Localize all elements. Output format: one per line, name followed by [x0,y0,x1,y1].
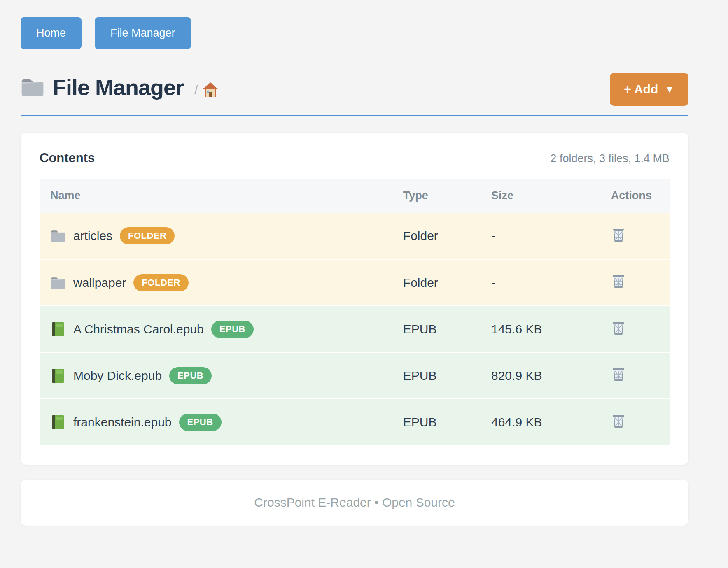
size-cell: 464.9 KB [481,399,600,445]
chevron-down-icon: ▼ [665,84,674,95]
type-cell: EPUB [392,306,481,352]
green-book-icon [50,368,66,383]
table-row: wallpaper FOLDER Folder - [40,259,670,306]
folder-badge: FOLDER [133,274,188,291]
type-cell: Folder [392,259,481,306]
file-manager-nav-button[interactable]: File Manager [95,17,191,49]
file-table: Name Type Size Actions articles FOLDER F… [40,179,670,446]
folder-name-link[interactable]: articles [73,229,112,243]
footer: CrossPoint E-Reader • Open Source [21,480,688,526]
green-book-icon [50,415,66,430]
table-row: articles FOLDER Folder - [40,213,670,259]
add-button[interactable]: + Add ▼ [610,73,688,106]
size-cell: 145.6 KB [481,306,600,352]
page-header: File Manager / + Add ▼ [21,74,688,100]
type-cell: Folder [392,213,481,259]
column-header-type: Type [392,179,481,213]
folder-icon [50,228,66,243]
contents-title: Contents [40,151,95,165]
delete-button[interactable] [611,273,626,289]
delete-button[interactable] [611,320,626,335]
folder-icon [50,275,66,290]
type-cell: EPUB [392,399,481,445]
contents-summary: 2 folders, 3 files, 1.4 MB [550,152,670,165]
house-icon[interactable] [202,81,219,98]
column-header-size: Size [481,179,600,213]
table-row: A Christmas Carol.epub EPUB EPUB 145.6 K… [40,306,670,352]
green-book-icon [50,322,66,337]
column-header-actions: Actions [600,179,670,213]
footer-text: CrossPoint E-Reader • Open Source [254,496,455,510]
table-row: Moby Dick.epub EPUB EPUB 820.9 KB [40,352,670,399]
size-cell: - [481,213,600,259]
trash-icon [611,273,626,289]
contents-header: Contents 2 folders, 3 files, 1.4 MB [40,151,670,165]
home-nav-button[interactable]: Home [21,17,82,49]
trash-icon [611,366,626,382]
trash-icon [611,413,626,428]
folder-badge: FOLDER [120,227,175,244]
folder-icon [21,77,44,98]
column-header-name: Name [40,179,392,213]
size-cell: 820.9 KB [481,352,600,399]
title-divider [21,115,688,116]
delete-button[interactable] [611,366,626,382]
page: Home File Manager File Manager / + Add ▼… [21,0,688,526]
page-title: File Manager [53,74,184,100]
trash-icon [611,320,626,335]
size-cell: - [481,259,600,306]
epub-badge: EPUB [169,367,212,384]
file-name-link[interactable]: Moby Dick.epub [73,369,162,383]
delete-button[interactable] [611,227,626,242]
breadcrumb-separator: / [194,83,198,97]
file-name-link[interactable]: A Christmas Carol.epub [73,322,204,336]
type-cell: EPUB [392,352,481,399]
add-button-label: + Add [624,82,658,96]
table-row: frankenstein.epub EPUB EPUB 464.9 KB [40,399,670,445]
top-nav: Home File Manager [21,0,688,49]
trash-icon [611,227,626,242]
file-name-link[interactable]: frankenstein.epub [73,415,172,429]
folder-name-link[interactable]: wallpaper [73,276,126,290]
delete-button[interactable] [611,413,626,428]
table-header-row: Name Type Size Actions [40,179,670,213]
epub-badge: EPUB [179,414,222,431]
epub-badge: EPUB [211,321,254,338]
contents-card: Contents 2 folders, 3 files, 1.4 MB Name… [21,133,688,465]
